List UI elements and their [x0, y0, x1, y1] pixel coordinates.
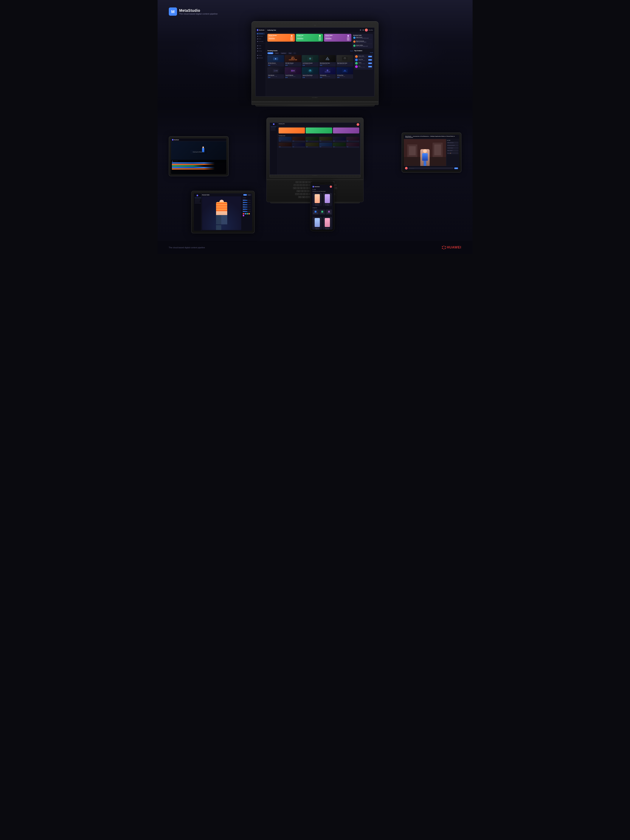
swatch-purple[interactable]: [243, 215, 244, 216]
key-alt[interactable]: Alt: [302, 196, 305, 198]
ipad-sidebar-item-2[interactable]: [194, 199, 201, 199]
swatch-blue[interactable]: [245, 213, 246, 215]
tab-other[interactable]: Other: [288, 52, 292, 54]
virtual-human-btn[interactable]: Download Now: [268, 38, 275, 39]
key-s[interactable]: S: [304, 190, 306, 192]
phone-char-card-3[interactable]: Virtual Live: [313, 217, 322, 230]
creator-follow-2[interactable]: Follow: [368, 59, 372, 61]
asset-hyperreal[interactable]: Hyperreal Virtual Human Free your imagin…: [302, 67, 319, 79]
app2-card-green[interactable]: [306, 128, 332, 133]
swatch-green[interactable]: [246, 213, 248, 215]
phone-char-card-4[interactable]: Virtual Video: [323, 217, 332, 230]
sidebar-item-settings[interactable]: Settings: [256, 50, 265, 52]
key-ctrl[interactable]: Ctrl: [298, 196, 302, 198]
creator-follow-1[interactable]: Follow: [368, 56, 372, 57]
guide-item-1[interactable]: Digital Human Tools and exchange artists…: [353, 36, 372, 40]
key-c[interactable]: C: [306, 193, 308, 195]
sidebar-item-community[interactable]: Community: [256, 40, 265, 43]
creators-view-all[interactable]: View All: [354, 52, 373, 53]
app2-card-orange[interactable]: [279, 128, 305, 133]
sidebar-item-dashboard[interactable]: Dashboard: [256, 33, 265, 35]
app2-nav-item-2[interactable]: [270, 128, 276, 128]
view-all-link[interactable]: View All: [350, 51, 353, 52]
app2-nav-item-1[interactable]: [270, 126, 276, 127]
key-esc[interactable]: esc: [295, 181, 299, 183]
app2-asset-12[interactable]: $5.99: [346, 143, 360, 148]
phone-cat-2[interactable]: Virtual Live: [319, 210, 325, 215]
app2-asset-11[interactable]: $4.99: [333, 143, 346, 148]
asset-50-male[interactable]: 50MALESTYLED Male Stylized Hair Suites M…: [319, 55, 336, 66]
key-shift-left[interactable]: ⇧: [295, 193, 300, 195]
creator-follow-3[interactable]: Follow: [368, 63, 372, 64]
chat-send-btn[interactable]: Send: [454, 167, 458, 169]
key-4[interactable]: 4: [305, 184, 308, 186]
asset-200-male[interactable]: 200+MALECHARACTER 200+ Male Character Ch…: [285, 55, 302, 66]
key-tilde[interactable]: ~: [294, 184, 296, 186]
asset-hair[interactable]: Male Stylized Hair Suites Add hair that …: [336, 55, 353, 66]
tab-more[interactable]: ···: [293, 52, 296, 54]
swatch-red[interactable]: [243, 213, 244, 215]
virtual-video-card[interactable]: Virtual Video customizing a Download Now: [324, 34, 351, 42]
play-btn[interactable]: [172, 161, 173, 162]
ipad-slider-hair[interactable]: [243, 200, 251, 201]
app2-asset-8[interactable]: $1.99: [292, 143, 305, 148]
key-a[interactable]: A: [301, 190, 304, 192]
key-3[interactable]: 3: [303, 184, 305, 186]
app2-asset-10[interactable]: $2.99: [319, 143, 332, 148]
key-x[interactable]: X: [303, 193, 305, 195]
key-caps[interactable]: Caps: [297, 190, 301, 192]
ipad-slider-height[interactable]: [243, 207, 251, 207]
ipad-slider-eyes[interactable]: [243, 211, 251, 212]
app2-asset-4[interactable]: $5.99: [319, 137, 332, 142]
swatch-orange[interactable]: [248, 213, 250, 215]
app2-card-purple[interactable]: [333, 128, 359, 133]
app2-asset-1[interactable]: $3.99: [279, 137, 292, 142]
phone-char-card-1[interactable]: MetaHuman: [313, 193, 322, 206]
app2-asset-2[interactable]: $1.99: [292, 137, 305, 142]
app2-asset-9[interactable]: $1.00: [306, 143, 319, 148]
virtual-video-btn[interactable]: Download Now: [325, 38, 332, 39]
guide-item-3[interactable]: Feature Guides Watch how these features …: [353, 44, 372, 47]
asset-3d-video[interactable]: 3D Video Elements Add 3d elements to you…: [267, 55, 284, 66]
sidebar-item-space[interactable]: Space: [256, 38, 265, 40]
ipad-sidebar-item-1[interactable]: [194, 197, 201, 198]
virtual-live-btn[interactable]: Download Now: [297, 38, 303, 39]
key-d[interactable]: D: [307, 190, 309, 192]
asset-purple-3d[interactable]: Purple 3D Materials Decorate your video …: [285, 67, 302, 79]
app2-asset-3[interactable]: $3.00: [306, 137, 319, 142]
settings-btn[interactable]: [362, 29, 364, 31]
key-tab[interactable]: Tab: [293, 187, 297, 189]
virtual-human-card[interactable]: Virtual Human customizing a Download Now: [267, 34, 295, 42]
ipad-slider-face[interactable]: [243, 209, 251, 210]
key-f3[interactable]: F3: [305, 181, 308, 183]
sidebar-item-guide[interactable]: Guide: [256, 44, 265, 47]
sidebar-item-studio[interactable]: Studio: [256, 47, 265, 49]
app2-asset-6[interactable]: $2.99: [346, 137, 360, 142]
ipad-sidebar-item-4[interactable]: [194, 201, 200, 202]
notification-btn[interactable]: [360, 29, 362, 31]
key-q[interactable]: Q: [297, 187, 300, 189]
guide-item-2[interactable]: Media Community Gather learn share toget…: [353, 41, 372, 44]
sidebar-item-download[interactable]: Download: [256, 57, 265, 59]
ipad-export-btn[interactable]: Export: [247, 194, 251, 196]
virtual-live-card[interactable]: Virtual Live customizing a Download Now: [296, 34, 323, 42]
key-2[interactable]: 2: [300, 184, 302, 186]
phone-cat-1[interactable]: MetaHuman Tool: [313, 210, 319, 215]
app2-asset-5[interactable]: $1.00: [333, 137, 346, 142]
chat-input-field[interactable]: Say something...: [408, 167, 454, 169]
asset-live-broadcast[interactable]: Live Broadcast Scenario Select our broad…: [302, 55, 319, 66]
asset-3d-bg[interactable]: 3D Background Give it to your imaginatio…: [319, 67, 336, 79]
app2-nav-item-3[interactable]: [270, 129, 275, 129]
ipad-slider-outfit[interactable]: [243, 204, 251, 205]
key-r[interactable]: R: [306, 187, 309, 189]
sidebar-item-support[interactable]: Support: [256, 54, 265, 56]
phone-char-card-2[interactable]: Virtual Agent: [323, 193, 332, 206]
tab-appellation[interactable]: Appellation: [280, 52, 287, 54]
app2-nav-item-4[interactable]: [270, 130, 276, 131]
key-z[interactable]: Z: [300, 193, 303, 195]
phone-cat-3[interactable]: Virtual Video: [326, 210, 332, 215]
key-w[interactable]: W: [300, 187, 303, 189]
asset-video-mat[interactable]: Video Materials Add 3d templates to your…: [267, 67, 284, 79]
ipad-slider-skin[interactable]: [243, 202, 251, 203]
key-e[interactable]: E: [303, 187, 306, 189]
